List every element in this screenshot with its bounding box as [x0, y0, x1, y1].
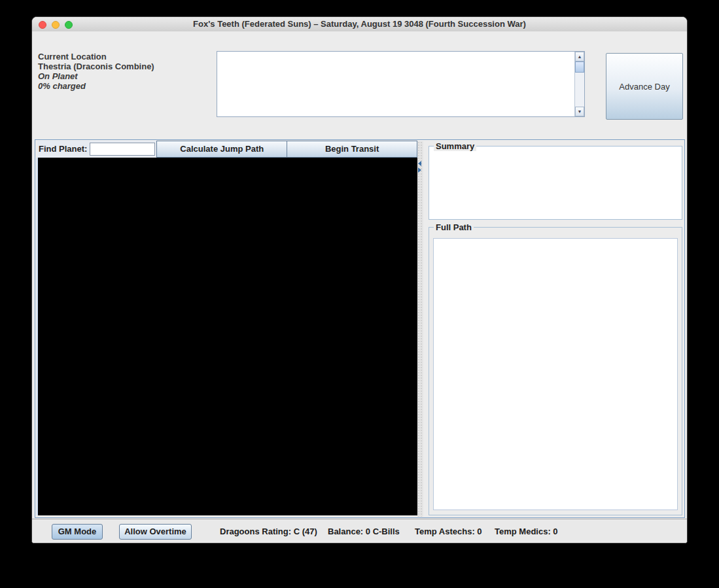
current-location-heading: Current Location [38, 52, 208, 61]
current-location-panel: Current Location Thestria (Draconis Comb… [38, 52, 208, 91]
zoom-window-icon[interactable] [65, 21, 73, 29]
interstellar-map[interactable] [37, 158, 419, 515]
full-path-panel: Full Path [429, 227, 682, 515]
advance-day-button[interactable]: Advance Day [606, 53, 683, 120]
collapse-left-icon[interactable] [418, 161, 421, 166]
collapse-right-icon[interactable] [418, 167, 421, 173]
current-location-status: On Planet [38, 71, 208, 81]
advance-day-label: Advance Day [619, 82, 669, 92]
gm-mode-button[interactable]: GM Mode [52, 524, 103, 540]
begin-transit-button[interactable]: Begin Transit [287, 141, 417, 158]
summary-panel: Summary [429, 146, 682, 220]
temp-astechs-label: Temp Astechs: 0 [415, 524, 482, 540]
find-planet-input[interactable] [90, 143, 155, 156]
scroll-down-icon[interactable]: ▼ [575, 107, 584, 116]
summary-title: Summary [434, 141, 476, 151]
title-bar: Fox's Teeth (Federated Suns) – Saturday,… [32, 17, 687, 32]
dragoons-rating-label: Dragoons Rating: C (47) [220, 524, 317, 540]
split-pane-divider[interactable] [417, 141, 423, 517]
find-planet-label: Find Planet: [37, 141, 87, 158]
balance-label: Balance: 0 C-Bills [328, 524, 400, 540]
map-toolbar: Find Planet: Calculate Jump Path Begin T… [37, 141, 417, 158]
status-bar: GM Mode Allow Overtime Dragoons Rating: … [32, 519, 687, 544]
scrollbar-thumb[interactable] [575, 61, 584, 73]
full-path-title: Full Path [434, 222, 474, 232]
calculate-jump-path-button[interactable]: Calculate Jump Path [156, 141, 287, 158]
temp-medics-label: Temp Medics: 0 [495, 524, 558, 540]
daily-log-scrollbar[interactable]: ▲ ▼ [574, 52, 584, 116]
menu-bar [32, 31, 687, 47]
minimize-window-icon[interactable] [52, 21, 60, 29]
window-title: Fox's Teeth (Federated Suns) – Saturday,… [32, 17, 687, 31]
app-window: Fox's Teeth (Federated Suns) – Saturday,… [31, 16, 688, 544]
scroll-up-icon[interactable]: ▲ [575, 52, 584, 61]
allow-overtime-button[interactable]: Allow Overtime [119, 524, 192, 540]
daily-log-panel[interactable]: ▲ ▼ [217, 51, 585, 117]
current-location-planet: Thestria (Draconis Combine) [38, 61, 208, 71]
close-window-icon[interactable] [39, 21, 46, 29]
full-path-list[interactable] [433, 238, 678, 510]
current-location-charge: 0% charged [38, 81, 208, 91]
